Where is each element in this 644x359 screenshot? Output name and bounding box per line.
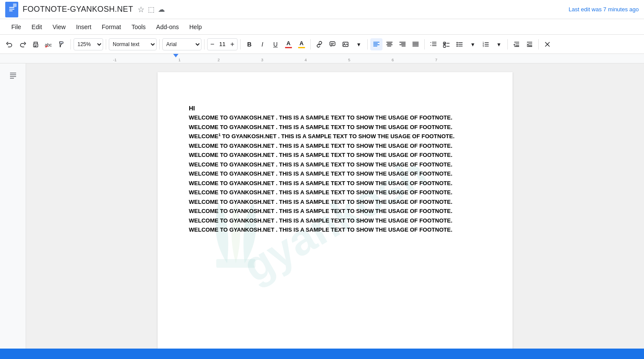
separator-4 [204,39,205,50]
font-size-display: − 11 + [207,38,238,50]
titlebar: FOOTNOTE-GYANKOSH.NET ☆ ⬚ ☁ Last edit wa… [0,0,644,19]
bullet-list-dropdown-button[interactable]: ▾ [466,38,479,50]
separator-5 [240,39,241,50]
title-icons: ☆ ⬚ ☁ [138,5,165,14]
separator-8 [424,39,425,50]
doc-icon [5,2,18,17]
menu-insert[interactable]: Insert [72,22,96,32]
paint-format-button[interactable] [56,38,68,50]
svg-rect-2 [9,9,14,10]
print-button[interactable] [30,38,42,50]
ruler-content: -1 1 2 3 4 5 6 7 [109,54,644,63]
image-dropdown-button[interactable]: ▾ [352,38,365,50]
separator-7 [367,39,368,50]
sidebar [0,63,26,359]
ruler: -1 1 2 3 4 5 6 7 [0,54,644,63]
indent-increase-button[interactable] [523,38,536,50]
font-size-value[interactable]: 11 [217,41,228,47]
menu-edit[interactable]: Edit [27,22,47,32]
redo-button[interactable] [17,38,29,50]
font-size-decrease-button[interactable]: − [208,38,217,50]
star-icon[interactable]: ☆ [138,5,144,14]
align-right-button[interactable] [396,38,409,50]
document-body: WELCOME TO GYANKOSH.NET . THIS IS A SAMP… [189,113,481,234]
ruler-mark-1: 1 [178,58,181,62]
outline-icon[interactable] [6,69,20,83]
style-select[interactable]: Normal text Heading 1 Heading 2 Heading … [109,38,157,50]
clear-formatting-button[interactable] [541,38,553,50]
checklist-button[interactable] [440,38,453,50]
highlight-indicator: A [298,40,305,48]
ruler-marker[interactable] [173,54,178,57]
last-edit-link[interactable]: Last edit was 7 minutes ago [569,6,639,13]
document-page[interactable]: gyankosh HI WELCOME TO GYANKOSH.NET . TH… [158,72,513,359]
align-justify-button[interactable] [409,38,422,50]
menu-tools[interactable]: Tools [127,22,150,32]
separator-9 [507,39,508,50]
svg-rect-5 [34,45,37,46]
italic-button[interactable]: I [256,38,268,50]
ruler-mark-3: 3 [261,58,263,62]
separator-1 [70,39,71,50]
ruler-mark-neg1: -1 [113,58,117,62]
menu-file[interactable]: File [7,22,26,32]
text-color-button[interactable]: A [282,38,295,50]
font-size-increase-button[interactable]: + [228,38,237,50]
ruler-mark-6: 6 [392,58,394,62]
ruler-mark-5: 5 [348,58,350,62]
document-content[interactable]: HI WELCOME TO GYANKOSH.NET . THIS IS A S… [189,103,481,234]
line-spacing-button[interactable] [427,38,439,50]
separator-2 [106,39,106,50]
menubar: File Edit View Insert Format Tools Add-o… [0,19,644,35]
move-icon[interactable]: ⬚ [148,5,154,13]
main-area: gyankosh HI WELCOME TO GYANKOSH.NET . TH… [0,63,644,359]
separator-3 [159,39,160,50]
separator-6 [310,39,311,50]
indent-decrease-button[interactable] [510,38,523,50]
bottom-bar [0,349,644,359]
numbered-list-button[interactable]: 123 [480,38,492,50]
svg-point-13 [344,43,345,44]
numbered-list-dropdown-button[interactable]: ▾ [493,38,505,50]
last-edit-text: Last edit was 7 minutes ago [569,6,639,13]
svg-rect-3 [9,10,13,11]
footnote-mark-1: 1 [218,133,221,137]
bullet-list-button[interactable] [453,38,466,50]
menu-help[interactable]: Help [185,22,206,32]
link-button[interactable] [313,38,325,50]
svg-rect-63 [216,259,255,268]
document-area[interactable]: gyankosh HI WELCOME TO GYANKOSH.NET . TH… [26,63,644,359]
svg-text:3: 3 [483,45,484,47]
svg-rect-35 [443,45,446,47]
align-center-button[interactable] [383,38,396,50]
spellcheck-button[interactable]: abc [43,38,55,50]
ruler-mark-4: 4 [305,58,307,62]
toolbar: abc 125% 75% 100% 150% 200% Normal text … [0,35,644,54]
separator-10 [538,39,539,50]
align-left-button[interactable] [370,38,382,50]
font-select[interactable]: Arial Times New Roman Courier New Georgi… [162,38,201,50]
undo-button[interactable] [3,38,16,50]
ruler-mark-2: 2 [218,58,220,62]
document-heading[interactable]: HI [189,103,481,113]
zoom-select[interactable]: 125% 75% 100% 150% 200% [74,38,103,50]
svg-point-41 [456,45,458,47]
ruler-mark-7: 7 [435,58,437,62]
svg-rect-8 [60,42,63,43]
comment-button[interactable] [326,38,339,50]
image-button[interactable] [339,38,352,50]
underline-button[interactable]: U [269,38,282,50]
svg-point-39 [456,43,458,45]
menu-format[interactable]: Format [97,22,125,32]
menu-addons[interactable]: Add-ons [152,22,183,32]
svg-point-37 [456,42,458,43]
menu-view[interactable]: View [48,22,70,32]
svg-rect-1 [9,7,14,8]
text-color-indicator: A [285,40,292,48]
svg-rect-6 [34,46,36,47]
document-title: FOOTNOTE-GYANKOSH.NET [23,5,133,14]
highlight-button[interactable]: A [295,38,308,50]
cloud-icon[interactable]: ☁ [158,5,165,13]
bold-button[interactable]: B [243,38,255,50]
